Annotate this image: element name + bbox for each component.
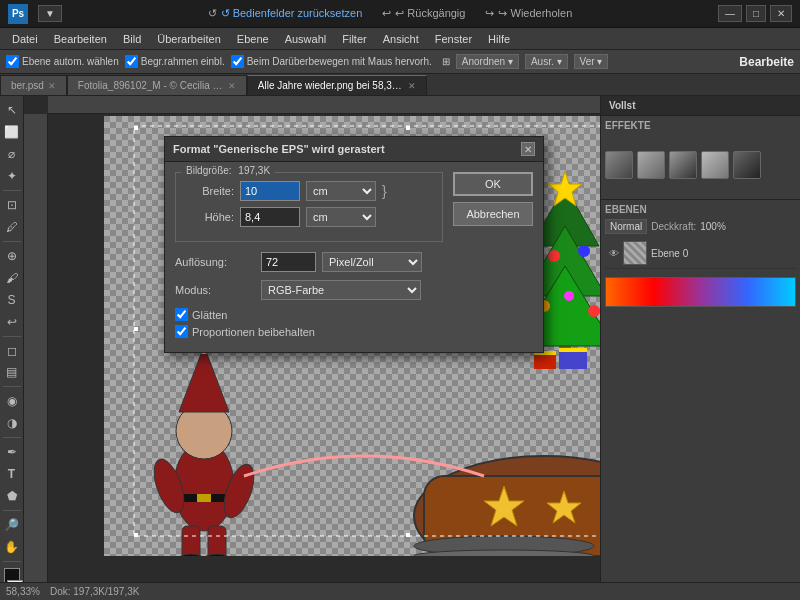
gradient-swatch[interactable] xyxy=(605,277,796,307)
modus-row: Modus: RGB-Farbe CMYK-Farbe Graustufen xyxy=(175,280,443,300)
aufloesung-unit-select[interactable]: Pixel/Zoll Pixel/cm xyxy=(322,252,422,272)
tab-label-2: Alle Jahre wieder.png bei 58,3% (Ebene 0… xyxy=(258,80,404,91)
hoehe-input[interactable] xyxy=(240,207,300,227)
brush-tool[interactable]: 🖌 xyxy=(2,268,22,288)
bounding-checkbox[interactable] xyxy=(125,55,138,68)
tab-close-0[interactable]: ✕ xyxy=(48,81,56,91)
redo-icon: ↪ xyxy=(485,7,494,20)
dialog-buttons: OK Abbrechen xyxy=(453,172,533,342)
tab-label-0: ber.psd xyxy=(11,80,44,91)
hand-tool[interactable]: ✋ xyxy=(2,537,22,557)
breite-label: Breite: xyxy=(184,185,234,197)
menu-item-bearbeiten[interactable]: Bearbeiten xyxy=(46,31,115,47)
close-btn[interactable]: ✕ xyxy=(770,5,792,22)
menu-item-fenster[interactable]: Fenster xyxy=(427,31,480,47)
svg-rect-33 xyxy=(182,526,200,556)
effects-area xyxy=(605,135,796,195)
dodge-tool[interactable]: ◑ xyxy=(2,413,22,433)
svg-point-18 xyxy=(578,245,590,257)
dialog-titlebar: Format "Generische EPS" wird gerastert ✕ xyxy=(165,137,543,162)
proportions-link-icon: } xyxy=(382,183,387,199)
left-toolbar: ↖ ⬜ ⌀ ✦ ⊡ 🖊 ⊕ 🖌 S ↩ ◻ ▤ ◉ ◑ ✒ T ⬟ 🔎 ✋ xyxy=(0,96,24,600)
dialog-title: Format "Generische EPS" wird gerastert xyxy=(173,143,385,155)
redo-label: ↪ Wiederholen xyxy=(498,7,572,20)
arrange-icon: ⊞ xyxy=(442,56,450,67)
tool-separator-6 xyxy=(3,510,21,511)
reset-panels-btn[interactable]: ↺ ↺ Bedienfelder zurücksetzen xyxy=(208,7,363,20)
proportionen-row: Proportionen beibehalten xyxy=(175,325,443,338)
lasso-tool[interactable]: ⌀ xyxy=(2,144,22,164)
maximize-btn[interactable]: □ xyxy=(746,5,766,22)
undo-btn[interactable]: ↩ ↩ Rückgängig xyxy=(382,7,465,20)
aufloesung-input[interactable] xyxy=(261,252,316,272)
blend-mode-select[interactable]: Normal xyxy=(605,219,647,234)
eraser-tool[interactable]: ◻ xyxy=(2,341,22,361)
move-tool[interactable]: ↖ xyxy=(2,100,22,120)
layer-row-0[interactable]: 👁 Ebene 0 xyxy=(605,238,796,269)
menu-item-auswahl[interactable]: Auswahl xyxy=(277,31,335,47)
highlight-checkbox[interactable] xyxy=(231,55,244,68)
zoom-tool[interactable]: 🔎 xyxy=(2,515,22,535)
tab-close-1[interactable]: ✕ xyxy=(228,81,236,91)
eye-icon[interactable]: 👁 xyxy=(609,248,619,259)
right-panel: Vollst EFFEKTE EBENEN Normal Deckkraft: … xyxy=(600,96,800,600)
effects-section: EFFEKTE xyxy=(601,116,800,200)
pen-tool[interactable]: ✒ xyxy=(2,442,22,462)
quick-select-tool[interactable]: ✦ xyxy=(2,166,22,186)
gradient-tool[interactable]: ▤ xyxy=(2,362,22,382)
proportionen-checkbox[interactable] xyxy=(175,325,188,338)
svg-rect-44 xyxy=(406,126,410,130)
menu-item-hilfe[interactable]: Hilfe xyxy=(480,31,518,47)
path-tool[interactable]: ⬟ xyxy=(2,486,22,506)
blur-tool[interactable]: ◉ xyxy=(2,391,22,411)
breite-unit-select[interactable]: cm mm px inches xyxy=(306,181,376,201)
tab-0[interactable]: ber.psd✕ xyxy=(0,75,67,95)
tab-close-2[interactable]: ✕ xyxy=(408,81,416,91)
effect-btn-2[interactable] xyxy=(637,151,665,179)
svg-point-20 xyxy=(588,305,600,317)
modus-select[interactable]: RGB-Farbe CMYK-Farbe Graustufen xyxy=(261,280,421,300)
menu-item-ebene[interactable]: Ebene xyxy=(229,31,277,47)
menu-dropdown-btn[interactable]: ▼ xyxy=(38,5,62,22)
ok-button[interactable]: OK xyxy=(453,172,533,196)
menu-item-überarbeiten[interactable]: Überarbeiten xyxy=(149,31,229,47)
glaetten-checkbox[interactable] xyxy=(175,308,188,321)
menu-item-ansicht[interactable]: Ansicht xyxy=(375,31,427,47)
distribute-btn[interactable]: Ver ▾ xyxy=(574,54,609,69)
menu-item-bild[interactable]: Bild xyxy=(115,31,149,47)
eyedropper-tool[interactable]: 🖊 xyxy=(2,217,22,237)
effect-btn-3[interactable] xyxy=(669,151,697,179)
stamp-tool[interactable]: S xyxy=(2,290,22,310)
menu-bar: DateiBearbeitenBildÜberarbeitenEbeneAusw… xyxy=(0,28,800,50)
svg-rect-25 xyxy=(559,348,587,352)
bildgroesse-value: 197,3K xyxy=(238,165,270,176)
tab-1[interactable]: Fotolia_896102_M - © Cecilia Lim - Fotol… xyxy=(67,75,247,95)
effect-btn-4[interactable] xyxy=(701,151,729,179)
cancel-button[interactable]: Abbrechen xyxy=(453,202,533,226)
autoselect-checkbox[interactable] xyxy=(6,55,19,68)
layer-thumb-0 xyxy=(623,241,647,265)
marquee-tool[interactable]: ⬜ xyxy=(2,122,22,142)
effect-btn-1[interactable] xyxy=(605,151,633,179)
redo-btn[interactable]: ↪ ↪ Wiederholen xyxy=(485,7,572,20)
dialog-close-btn[interactable]: ✕ xyxy=(521,142,535,156)
proportionen-label[interactable]: Proportionen beibehalten xyxy=(192,326,315,338)
menu-item-datei[interactable]: Datei xyxy=(4,31,46,47)
align-btn[interactable]: Ausr. ▾ xyxy=(525,54,568,69)
effect-btn-5[interactable] xyxy=(733,151,761,179)
menu-item-filter[interactable]: Filter xyxy=(334,31,374,47)
minimize-btn[interactable]: — xyxy=(718,5,742,22)
text-tool[interactable]: T xyxy=(2,464,22,484)
history-brush-tool[interactable]: ↩ xyxy=(2,312,22,332)
tab-2[interactable]: Alle Jahre wieder.png bei 58,3% (Ebene 0… xyxy=(247,75,427,95)
arrange-btn[interactable]: Anordnen ▾ xyxy=(456,54,519,69)
healing-tool[interactable]: ⊕ xyxy=(2,246,22,266)
svg-rect-40 xyxy=(134,126,138,130)
crop-tool[interactable]: ⊡ xyxy=(2,195,22,215)
glaetten-label[interactable]: Glätten xyxy=(192,309,227,321)
aufloesung-row: Auflösung: Pixel/Zoll Pixel/cm xyxy=(175,252,443,272)
aufloesung-label: Auflösung: xyxy=(175,256,255,268)
bildgroesse-label: Bildgröße: 197,3K xyxy=(182,165,274,176)
breite-input[interactable] xyxy=(240,181,300,201)
hoehe-unit-select[interactable]: cm mm px inches xyxy=(306,207,376,227)
